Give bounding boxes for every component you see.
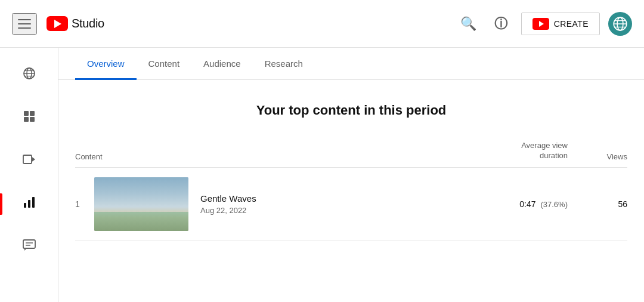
video-icon <box>22 152 36 170</box>
youtube-icon <box>47 16 68 31</box>
svg-rect-12 <box>24 117 29 122</box>
avatar-globe-icon <box>612 16 628 32</box>
analytics-icon <box>22 195 36 213</box>
create-button[interactable]: CREATE <box>521 13 600 35</box>
col-content-header: Content <box>75 152 460 161</box>
row-info: Gentle Waves Aug 22, 2022 <box>188 193 460 215</box>
col-views-header: Views <box>568 152 627 161</box>
tab-content[interactable]: Content <box>137 48 192 80</box>
svg-marker-15 <box>32 157 35 162</box>
svg-rect-16 <box>24 203 26 208</box>
help-icon: ⓘ <box>494 15 507 33</box>
sidebar <box>0 48 58 302</box>
row-thumbnail <box>94 177 188 231</box>
tab-audience[interactable]: Audience <box>191 48 253 80</box>
table-row[interactable]: 1 Gentle Waves Aug 22, 2022 0:47 (37.6%)… <box>75 168 627 241</box>
topbar-right: 🔍 ⓘ CREATE <box>457 12 632 36</box>
svg-rect-14 <box>23 155 32 164</box>
sidebar-item-videos[interactable] <box>5 141 53 181</box>
row-rank: 1 <box>75 199 94 209</box>
help-button[interactable]: ⓘ <box>489 12 513 36</box>
tab-research[interactable]: Research <box>253 48 315 80</box>
row-title: Gentle Waves <box>200 193 448 204</box>
create-video-icon <box>532 18 549 30</box>
avg-duration-value: 0:47 <box>519 199 535 209</box>
search-button[interactable]: 🔍 <box>457 12 481 36</box>
search-icon: 🔍 <box>460 16 476 32</box>
row-avg-view-duration: 0:47 (37.6%) <box>460 199 568 209</box>
row-views: 56 <box>568 199 627 209</box>
svg-rect-18 <box>32 197 35 208</box>
svg-rect-10 <box>24 111 29 116</box>
main-layout: Overview Content Audience Research Your … <box>0 48 644 302</box>
studio-label: Studio <box>72 17 104 30</box>
section-title: Your top content in this period <box>58 80 644 135</box>
sidebar-item-comments[interactable] <box>5 227 53 267</box>
topbar: Studio 🔍 ⓘ CREATE <box>0 0 644 48</box>
logo[interactable]: Studio <box>47 16 104 31</box>
table-header: Content Average viewduration Views <box>75 135 627 168</box>
globe-icon <box>22 66 36 84</box>
content-table: Content Average viewduration Views 1 Gen… <box>58 135 644 241</box>
avatar[interactable] <box>608 12 632 36</box>
col-avg-view-header: Average viewduration <box>460 141 568 161</box>
svg-rect-13 <box>30 117 35 122</box>
topbar-left: Studio <box>12 13 457 35</box>
sidebar-item-dashboard[interactable] <box>5 55 53 95</box>
svg-rect-11 <box>30 111 35 116</box>
grid-icon <box>23 110 36 127</box>
avg-duration-pct: (37.6%) <box>540 200 568 209</box>
tab-overview[interactable]: Overview <box>75 48 137 80</box>
comments-icon <box>22 238 36 256</box>
thumbnail-image <box>94 177 188 231</box>
hamburger-menu-button[interactable] <box>12 13 37 35</box>
tabs-bar: Overview Content Audience Research <box>58 48 644 80</box>
create-label: CREATE <box>554 19 589 29</box>
svg-rect-17 <box>28 200 30 208</box>
svg-rect-19 <box>23 240 35 248</box>
sidebar-item-content[interactable] <box>5 98 53 138</box>
content-area: Overview Content Audience Research Your … <box>58 48 644 302</box>
sidebar-item-analytics[interactable] <box>5 184 53 224</box>
row-date: Aug 22, 2022 <box>200 206 448 215</box>
